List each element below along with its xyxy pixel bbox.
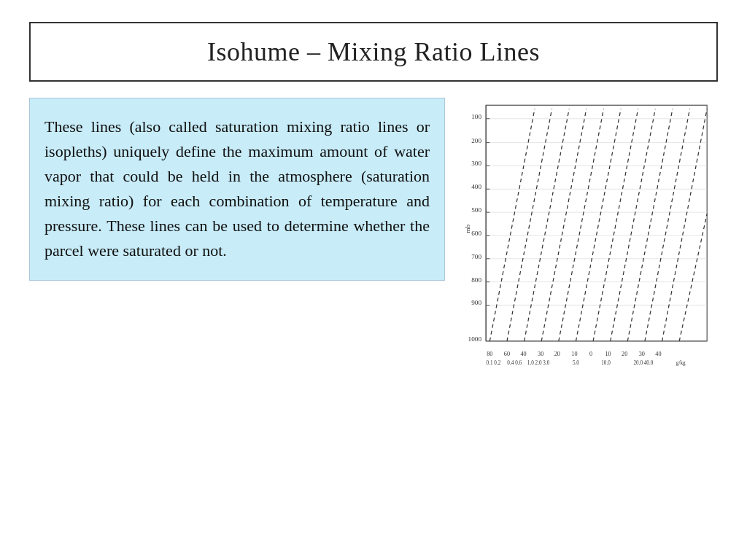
content-area: These lines (also called saturation mixi… (29, 98, 718, 375)
svg-text:80: 80 (487, 351, 492, 357)
svg-text:g/kg: g/kg (676, 360, 686, 366)
svg-text:mb: mb (464, 224, 471, 233)
title-box: Isohume – Mixing Ratio Lines (29, 22, 718, 82)
chart-svg: 100 200 300 400 500 600 700 800 900 1000… (460, 98, 722, 375)
svg-text:5.0: 5.0 (573, 360, 579, 366)
svg-text:1000: 1000 (468, 335, 482, 343)
svg-text:20.0 40.0: 20.0 40.0 (633, 360, 653, 366)
svg-text:20: 20 (622, 351, 627, 357)
svg-text:800: 800 (471, 276, 481, 284)
svg-text:10.0: 10.0 (601, 360, 611, 366)
svg-text:0.1 0.2: 0.1 0.2 (487, 360, 501, 366)
svg-rect-0 (486, 105, 707, 341)
svg-text:40: 40 (520, 351, 526, 357)
chart-area: 100 200 300 400 500 600 700 800 900 1000… (460, 98, 722, 375)
svg-text:0: 0 (589, 351, 592, 357)
svg-text:600: 600 (471, 230, 481, 237)
svg-text:900: 900 (471, 299, 481, 306)
svg-text:100: 100 (471, 113, 481, 120)
svg-text:400: 400 (471, 183, 481, 190)
mixing-ratio-chart: 100 200 300 400 500 600 700 800 900 1000… (460, 98, 722, 375)
slide-title: Isohume – Mixing Ratio Lines (207, 37, 540, 66)
svg-text:30: 30 (639, 351, 645, 357)
svg-text:200: 200 (471, 137, 481, 144)
svg-text:1.0 2.0 3.0: 1.0 2.0 3.0 (527, 360, 550, 366)
svg-text:20: 20 (554, 351, 560, 357)
description-box: These lines (also called saturation mixi… (29, 98, 445, 281)
svg-text:60: 60 (504, 351, 510, 357)
description-text: These lines (also called saturation mixi… (44, 114, 430, 264)
svg-text:10: 10 (571, 351, 577, 357)
slide-container: Isohume – Mixing Ratio Lines These lines… (0, 0, 747, 560)
svg-text:700: 700 (471, 253, 481, 260)
svg-text:500: 500 (471, 206, 481, 214)
svg-text:0.4 0.6: 0.4 0.6 (507, 360, 522, 366)
svg-text:300: 300 (471, 160, 481, 167)
svg-text:40: 40 (655, 351, 661, 357)
svg-text:30: 30 (538, 351, 543, 357)
svg-text:10: 10 (605, 351, 611, 357)
